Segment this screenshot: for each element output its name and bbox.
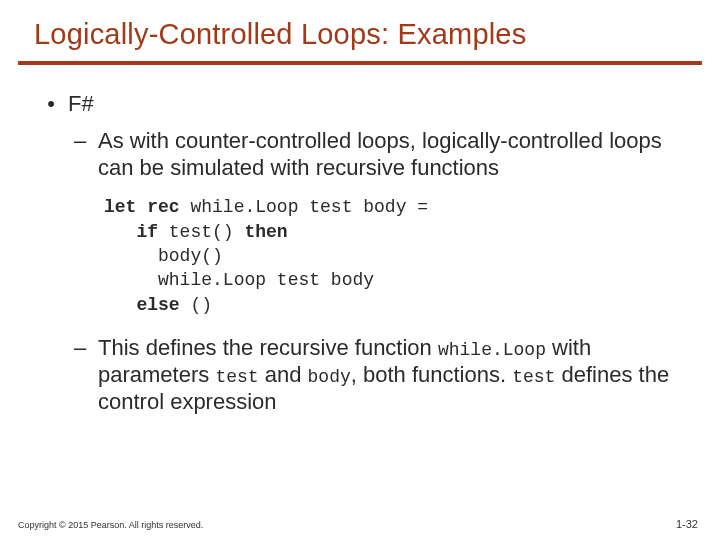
inline-code-test2: test (512, 367, 555, 387)
t1: This defines the recursive function (98, 335, 438, 360)
bullet-level2-1: – As with counter-controlled loops, logi… (74, 128, 676, 182)
code-l1b: while.Loop test body = (180, 197, 428, 217)
code-l2b: test() (158, 222, 244, 242)
inline-code-whileLoop: while.Loop (438, 340, 546, 360)
page-number: 1-32 (676, 518, 698, 530)
slide-body: • F# – As with counter-controlled loops,… (0, 65, 720, 416)
bullet-level2-2-text: This defines the recursive function whil… (98, 335, 676, 416)
bullet-level1: • F# (44, 91, 676, 118)
code-kw-let-rec: let rec (104, 197, 180, 217)
code-kw-else: else (136, 295, 179, 315)
code-l3: body() (158, 246, 223, 266)
t3: and (259, 362, 308, 387)
code-kw-then: then (244, 222, 287, 242)
inline-code-test: test (215, 367, 258, 387)
bullet-level2-2: – This defines the recursive function wh… (74, 335, 676, 416)
slide-title: Logically-Controlled Loops: Examples (0, 0, 720, 61)
bullet-dash: – (74, 128, 88, 182)
bullet-level2-1-text: As with counter-controlled loops, logica… (98, 128, 676, 182)
bullet-dash: – (74, 335, 88, 416)
code-block: let rec while.Loop test body = if test()… (104, 195, 676, 316)
code-kw-if: if (136, 222, 158, 242)
inline-code-body: body (308, 367, 351, 387)
code-l4: while.Loop test body (158, 270, 374, 290)
slide: Logically-Controlled Loops: Examples • F… (0, 0, 720, 540)
bullet-level1-text: F# (68, 91, 94, 118)
code-l5b: () (180, 295, 212, 315)
t4: , both functions. (351, 362, 512, 387)
copyright-text: Copyright © 2015 Pearson. All rights res… (18, 520, 203, 530)
bullet-dot: • (44, 91, 58, 118)
